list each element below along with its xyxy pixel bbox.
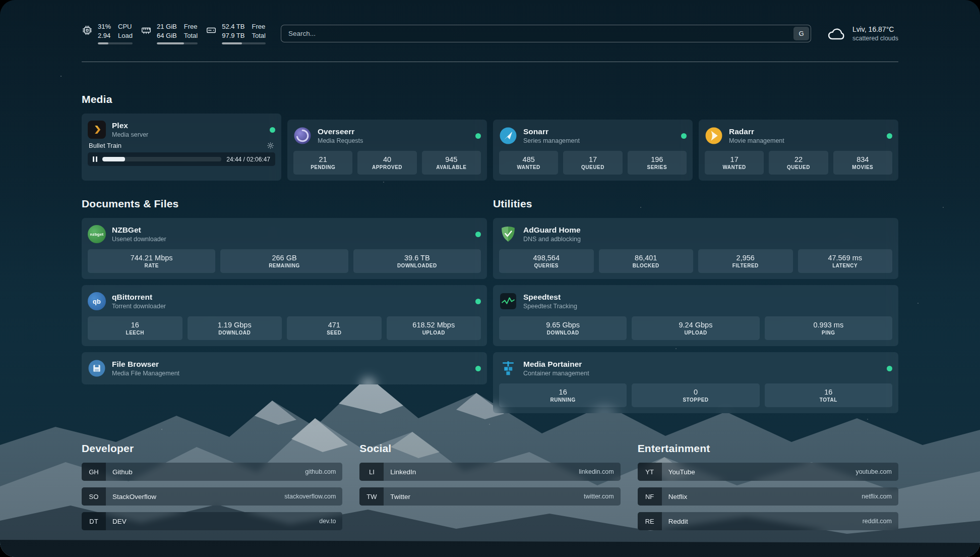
stat-box: 945 AVAILABLE [422, 151, 481, 175]
service-subtitle: Movie management [729, 137, 784, 145]
service-card-speedtest[interactable]: Speedtest Speedtest Tracking 9.65 Gbps D… [493, 285, 898, 346]
pause-icon[interactable] [93, 156, 97, 162]
status-dot-online [475, 366, 481, 371]
bookmark-label: Twitter [390, 493, 410, 500]
service-card-sonarr[interactable]: Sonarr Series management 485 WANTED 17 Q… [493, 120, 693, 181]
bookmark-label: StackOverflow [112, 493, 156, 500]
service-name: NZBGet [112, 225, 166, 235]
section-title-utilities: Utilities [493, 198, 898, 210]
disk-free-label: Free [252, 23, 265, 31]
bookmark-abbr: DT [82, 512, 106, 530]
bookmark-stackoverflow[interactable]: SO StackOverflow stackoverflow.com [82, 487, 342, 506]
section-title-developer: Developer [82, 442, 342, 455]
media-cards-row: Plex Media server Bullet Train [82, 114, 898, 181]
bookmark-abbr: GH [82, 463, 106, 481]
bookmark-abbr: SO [82, 487, 106, 506]
stat-box: 618.52 Mbps UPLOAD [387, 316, 481, 340]
cloud-icon [826, 24, 846, 44]
plex-icon [88, 121, 106, 139]
service-subtitle: Media Requests [318, 137, 363, 145]
homepage-dashboard: 31% CPU 2.94 Load [0, 0, 980, 557]
bookmark-url: linkedin.com [579, 468, 614, 475]
stat-box: 0 STOPPED [632, 383, 759, 407]
bookmark-github[interactable]: GH Github github.com [82, 463, 342, 481]
status-dot-online [681, 133, 687, 139]
stat-box: 16 RUNNING [499, 383, 627, 407]
cpu-widget: 31% CPU 2.94 Load [82, 23, 133, 44]
bookmark-netflix[interactable]: NF Netflix netflix.com [638, 487, 898, 506]
service-name: Sonarr [523, 127, 580, 136]
gear-icon[interactable] [267, 142, 274, 149]
service-card-radarr[interactable]: Radarr Movie management 17 WANTED 22 QUE… [699, 120, 898, 181]
stat-box: 40 APPROVED [357, 151, 416, 175]
dashboard-content: 31% CPU 2.94 Load [0, 0, 980, 557]
service-subtitle: Speedtest Tracking [523, 302, 577, 310]
disk-free-value: 52.4 TB [222, 23, 244, 31]
stat-box: 39.6 TB DOWNLOADED [353, 249, 481, 273]
stat-box: 498,564 QUERIES [499, 249, 594, 273]
search-bar: G [281, 25, 811, 42]
disk-widget: 52.4 TB Free 97.9 TB Total [206, 23, 266, 44]
weather-widget: Lviv, 16.87°C scattered clouds [826, 24, 898, 44]
plex-now-playing-row: Bullet Train [89, 142, 274, 149]
portainer-crane-icon [499, 359, 517, 377]
bookmark-group-entertainment: Entertainment YT YouTube youtube.com NF … [638, 442, 898, 537]
service-subtitle: Usenet downloader [112, 235, 166, 243]
stat-box: 9.24 Gbps UPLOAD [632, 316, 759, 340]
search-provider-button[interactable]: G [793, 27, 809, 40]
now-playing-title: Bullet Train [89, 142, 121, 149]
playback-progress-track[interactable] [102, 157, 221, 161]
system-widgets: 31% CPU 2.94 Load [82, 23, 266, 44]
service-subtitle: Series management [523, 137, 580, 145]
bookmark-abbr: YT [638, 463, 662, 481]
stat-box: 47.569 ms LATENCY [798, 249, 893, 273]
bookmarks-area: Developer GH Github github.com SO StackO… [82, 442, 898, 557]
bookmark-linkedin[interactable]: LI LinkedIn linkedin.com [359, 463, 620, 481]
cpu-usage-value: 31% [98, 23, 111, 31]
column-documents: Documents & Files nzbget NZBGet Usenet d… [82, 181, 487, 384]
memory-widget: 21 GiB Free 64 GiB Total [141, 23, 198, 44]
service-name: Plex [112, 121, 148, 130]
bookmark-abbr: NF [638, 487, 662, 506]
bookmark-url: github.com [305, 468, 336, 475]
cpu-usage-bar [98, 42, 133, 44]
bookmark-abbr: TW [359, 487, 384, 506]
bookmark-label: Reddit [668, 518, 688, 525]
memory-icon [141, 25, 152, 36]
section-title-entertainment: Entertainment [638, 442, 898, 455]
stat-box: 1.19 Gbps DOWNLOAD [188, 316, 282, 340]
bookmark-twitter[interactable]: TW Twitter twitter.com [359, 487, 620, 506]
service-name: Radarr [729, 127, 784, 136]
bookmark-url: stackoverflow.com [284, 493, 336, 500]
bookmark-dev[interactable]: DT DEV dev.to [82, 512, 342, 530]
bookmark-label: LinkedIn [390, 468, 416, 476]
bookmark-youtube[interactable]: YT YouTube youtube.com [638, 463, 898, 481]
section-title-documents: Documents & Files [82, 198, 487, 210]
bookmark-group-social: Social LI LinkedIn linkedin.com TW Twitt… [359, 442, 620, 537]
stat-box: 834 MOVIES [833, 151, 892, 175]
service-name: AdGuard Home [523, 225, 581, 235]
disk-total-label: Total [252, 32, 265, 40]
service-card-adguard[interactable]: AdGuard Home DNS and adblocking 498,564 … [493, 218, 898, 279]
nzbget-icon: nzbget [88, 225, 106, 243]
overseerr-icon [293, 127, 312, 145]
section-title-social: Social [359, 442, 620, 455]
service-card-portainer[interactable]: Media Portainer Container management 16 … [493, 352, 898, 413]
disk-usage-bar [222, 42, 266, 44]
sonarr-icon [499, 127, 517, 145]
bookmark-reddit[interactable]: RE Reddit reddit.com [638, 512, 898, 530]
service-card-qbittorrent[interactable]: qb qBittorrent Torrent downloader 16 LEE… [82, 285, 487, 346]
search-input[interactable] [281, 25, 811, 42]
bookmark-label: YouTube [668, 468, 695, 476]
stat-box: 21 PENDING [293, 151, 352, 175]
stat-box: 16 LEECH [88, 316, 182, 340]
plex-player-bar: 24:44 / 02:06:47 [88, 152, 275, 166]
stat-box: 16 TOTAL [765, 383, 892, 407]
service-card-nzbget[interactable]: nzbget NZBGet Usenet downloader 744.21 M… [82, 218, 487, 279]
service-card-filebrowser[interactable]: File Browser Media File Management [82, 352, 487, 384]
service-subtitle: Media File Management [112, 369, 179, 377]
service-card-plex[interactable]: Plex Media server Bullet Train [82, 114, 281, 181]
two-column-area: Documents & Files nzbget NZBGet Usenet d… [82, 181, 898, 413]
cpu-load-value: 2.94 [98, 32, 111, 40]
service-card-overseerr[interactable]: Overseerr Media Requests 21 PENDING 40 A… [287, 120, 487, 181]
